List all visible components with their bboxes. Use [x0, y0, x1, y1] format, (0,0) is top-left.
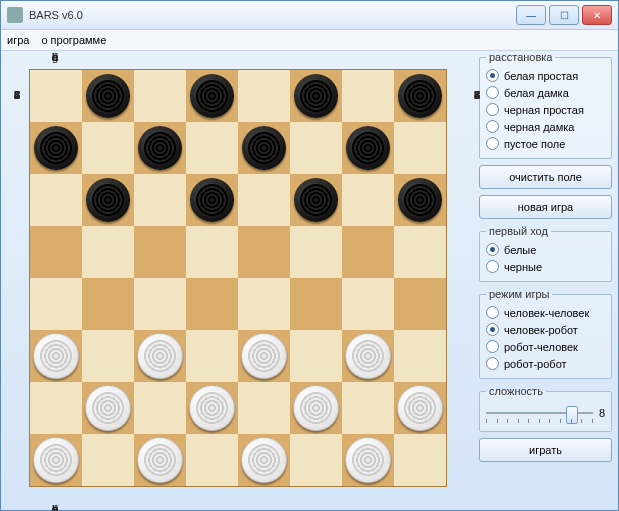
square-b3[interactable] — [82, 330, 134, 382]
checkers-board[interactable] — [29, 69, 447, 487]
newgame-button[interactable]: новая игра — [479, 195, 612, 219]
clear-button[interactable]: очистить поле — [479, 165, 612, 189]
square-a8[interactable] — [30, 70, 82, 122]
square-f2[interactable] — [290, 382, 342, 434]
square-c2[interactable] — [134, 382, 186, 434]
square-c7[interactable] — [134, 122, 186, 174]
black-piece[interactable] — [190, 74, 234, 118]
setup-option[interactable]: белая простая — [486, 67, 605, 84]
square-c6[interactable] — [134, 174, 186, 226]
square-c3[interactable] — [134, 330, 186, 382]
white-piece[interactable] — [137, 333, 183, 379]
square-a2[interactable] — [30, 382, 82, 434]
square-c1[interactable] — [134, 434, 186, 486]
black-piece[interactable] — [398, 178, 442, 222]
square-e4[interactable] — [238, 278, 290, 330]
square-b4[interactable] — [82, 278, 134, 330]
mode-option[interactable]: робот-человек — [486, 338, 605, 355]
minimize-button[interactable]: — — [516, 5, 546, 25]
square-b7[interactable] — [82, 122, 134, 174]
white-piece[interactable] — [189, 385, 235, 431]
mode-option[interactable]: человек-человек — [486, 304, 605, 321]
square-a1[interactable] — [30, 434, 82, 486]
mode-option[interactable]: человек-робот — [486, 321, 605, 338]
square-d6[interactable] — [186, 174, 238, 226]
square-c4[interactable] — [134, 278, 186, 330]
square-a5[interactable] — [30, 226, 82, 278]
setup-option[interactable]: черная простая — [486, 101, 605, 118]
square-a6[interactable] — [30, 174, 82, 226]
maximize-button[interactable]: ☐ — [549, 5, 579, 25]
square-h8[interactable] — [394, 70, 446, 122]
square-c5[interactable] — [134, 226, 186, 278]
square-a4[interactable] — [30, 278, 82, 330]
black-piece[interactable] — [190, 178, 234, 222]
square-e1[interactable] — [238, 434, 290, 486]
white-piece[interactable] — [137, 437, 183, 483]
black-piece[interactable] — [294, 178, 338, 222]
square-d3[interactable] — [186, 330, 238, 382]
white-piece[interactable] — [33, 333, 79, 379]
square-f7[interactable] — [290, 122, 342, 174]
setup-option[interactable]: пустое поле — [486, 135, 605, 152]
black-piece[interactable] — [294, 74, 338, 118]
black-piece[interactable] — [138, 126, 182, 170]
square-a3[interactable] — [30, 330, 82, 382]
square-e6[interactable] — [238, 174, 290, 226]
square-f8[interactable] — [290, 70, 342, 122]
square-c8[interactable] — [134, 70, 186, 122]
square-a7[interactable] — [30, 122, 82, 174]
white-piece[interactable] — [241, 437, 287, 483]
play-button[interactable]: играть — [479, 438, 612, 462]
square-h6[interactable] — [394, 174, 446, 226]
square-g8[interactable] — [342, 70, 394, 122]
square-b8[interactable] — [82, 70, 134, 122]
square-g7[interactable] — [342, 122, 394, 174]
square-h5[interactable] — [394, 226, 446, 278]
square-e3[interactable] — [238, 330, 290, 382]
square-h4[interactable] — [394, 278, 446, 330]
square-g3[interactable] — [342, 330, 394, 382]
white-piece[interactable] — [85, 385, 131, 431]
square-b6[interactable] — [82, 174, 134, 226]
black-piece[interactable] — [86, 74, 130, 118]
square-f3[interactable] — [290, 330, 342, 382]
square-e2[interactable] — [238, 382, 290, 434]
difficulty-slider[interactable] — [486, 403, 593, 423]
square-g4[interactable] — [342, 278, 394, 330]
square-g6[interactable] — [342, 174, 394, 226]
square-h2[interactable] — [394, 382, 446, 434]
square-g1[interactable] — [342, 434, 394, 486]
menu-game[interactable]: игра — [7, 34, 29, 46]
square-h7[interactable] — [394, 122, 446, 174]
square-f5[interactable] — [290, 226, 342, 278]
black-piece[interactable] — [242, 126, 286, 170]
white-piece[interactable] — [397, 385, 443, 431]
firstmove-option[interactable]: белые — [486, 241, 605, 258]
square-b1[interactable] — [82, 434, 134, 486]
white-piece[interactable] — [293, 385, 339, 431]
square-d4[interactable] — [186, 278, 238, 330]
square-h3[interactable] — [394, 330, 446, 382]
square-d1[interactable] — [186, 434, 238, 486]
setup-option[interactable]: белая дамка — [486, 84, 605, 101]
square-f1[interactable] — [290, 434, 342, 486]
mode-option[interactable]: робот-робот — [486, 355, 605, 372]
square-b5[interactable] — [82, 226, 134, 278]
white-piece[interactable] — [345, 333, 391, 379]
square-b2[interactable] — [82, 382, 134, 434]
square-f4[interactable] — [290, 278, 342, 330]
white-piece[interactable] — [241, 333, 287, 379]
black-piece[interactable] — [398, 74, 442, 118]
square-g2[interactable] — [342, 382, 394, 434]
square-d8[interactable] — [186, 70, 238, 122]
black-piece[interactable] — [346, 126, 390, 170]
square-d7[interactable] — [186, 122, 238, 174]
close-button[interactable]: ✕ — [582, 5, 612, 25]
square-d2[interactable] — [186, 382, 238, 434]
white-piece[interactable] — [33, 437, 79, 483]
square-e8[interactable] — [238, 70, 290, 122]
square-e7[interactable] — [238, 122, 290, 174]
black-piece[interactable] — [86, 178, 130, 222]
square-h1[interactable] — [394, 434, 446, 486]
